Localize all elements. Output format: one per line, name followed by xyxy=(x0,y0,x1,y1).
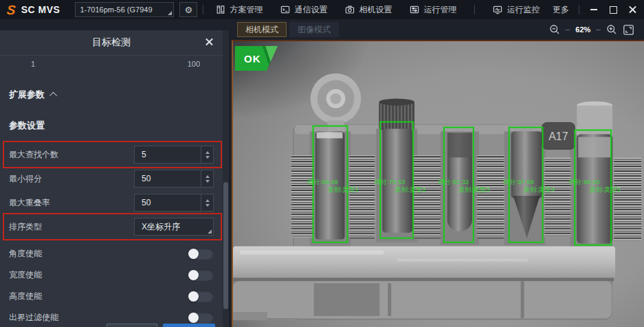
panel-title: 目标检测 xyxy=(92,36,131,49)
toggle-label: 宽度使能 xyxy=(9,269,42,281)
panel-header: 目标检测 xyxy=(0,30,223,56)
field-row-max-count: 最大查找个数 5 xyxy=(8,144,215,165)
toggle-row-width: 宽度使能 xyxy=(8,264,215,285)
target-detection-panel: 目标检测 1 100 扩展参数 参数设置 最大查找个数 xyxy=(0,30,223,327)
device-selector[interactable]: 1-7016pm-56 (G7949 xyxy=(75,2,174,17)
minimize-button[interactable] xyxy=(589,5,599,14)
detection-score-label: 得分:97.66 xyxy=(503,178,534,185)
zoom-dash: – xyxy=(566,25,570,34)
panel-body: 1 100 扩展参数 参数设置 最大查找个数 5 xyxy=(0,56,223,327)
out-of-bounds-filter-toggle[interactable] xyxy=(188,312,214,324)
app-window: S SC MVS 1-7016pm-56 (G7949 ⚙ 方案管理 通信设置 … xyxy=(0,0,644,327)
rack-tag: A17 xyxy=(542,122,575,149)
more-menu[interactable]: 更多 xyxy=(553,4,569,16)
image-canvas[interactable]: A17 得分:69.49 类别:类型1 得分:75.53 xyxy=(232,40,644,327)
fit-view-button[interactable] xyxy=(623,24,634,36)
brand-name: SC MVS xyxy=(21,4,60,15)
spinner-arrows[interactable] xyxy=(201,146,213,163)
close-icon xyxy=(629,6,636,14)
nav-item-solution[interactable]: 方案管理 xyxy=(216,4,263,16)
toggle-knob xyxy=(188,249,199,259)
arrow-up-icon xyxy=(206,175,210,178)
detection-class-label: 类别:类型5 xyxy=(589,185,621,193)
gear-icon: ⚙ xyxy=(185,5,193,14)
minimize-icon xyxy=(590,9,597,10)
toggle-knob xyxy=(188,270,199,280)
dropdown-corner-icon xyxy=(208,229,212,234)
viewer-tabsbar: 相机模式 图像模式 – 62% – xyxy=(232,19,644,40)
titlebar-separator xyxy=(579,5,579,14)
titlebar-separator xyxy=(474,5,475,14)
min-score-spinner[interactable]: 50 xyxy=(134,170,214,188)
field-label: 最大重叠率 xyxy=(9,197,50,209)
max-overlap-spinner[interactable]: 50 xyxy=(134,194,214,212)
spinner-value: 50 xyxy=(135,174,151,183)
arrow-down-icon xyxy=(206,180,210,183)
detection-class-label: 类别:类型4 xyxy=(524,185,555,193)
detection-score-label: 得分:75.53 xyxy=(374,178,405,185)
viewer-column: 相机模式 图像模式 – 62% – xyxy=(232,19,644,327)
device-settings-gear-button[interactable]: ⚙ xyxy=(179,2,197,17)
toggle-label: 角度使能 xyxy=(9,248,42,260)
field-row-max-overlap: 最大重叠率 50 xyxy=(8,192,215,213)
angle-enable-toggle[interactable] xyxy=(188,248,214,260)
nav-item-run-monitor[interactable]: 运行监控 xyxy=(493,4,540,16)
field-row-min-score: 最小得分 50 xyxy=(8,168,215,189)
zoom-in-button[interactable] xyxy=(606,24,617,35)
nav-item-label: 方案管理 xyxy=(230,4,263,16)
tube-2 xyxy=(379,99,414,233)
sort-type-dropdown[interactable]: X坐标升序 xyxy=(134,218,214,236)
panel-close-button[interactable] xyxy=(206,38,214,47)
field-label: 最小得分 xyxy=(9,173,42,185)
detection-class-label: 类别:类型3 xyxy=(458,185,490,193)
cancel-button[interactable] xyxy=(107,324,157,327)
nav-item-communication[interactable]: 通信设置 xyxy=(280,4,327,16)
brand-logo-icon: S xyxy=(6,3,16,16)
detection-class-label: 类别:类型2 xyxy=(395,185,426,193)
max-count-spinner[interactable]: 5 xyxy=(134,146,214,164)
titlebar-separator xyxy=(203,5,203,14)
toggle-row-angle: 角度使能 xyxy=(8,243,215,264)
zoom-level: 62% xyxy=(575,25,590,34)
main-nav: 方案管理 通信设置 相机设置 运行管理 运行监控 xyxy=(216,4,540,16)
height-enable-toggle[interactable] xyxy=(188,291,214,302)
close-button[interactable] xyxy=(628,5,637,14)
detection-score-label: 得分:69.49 xyxy=(307,178,338,185)
confirm-button[interactable] xyxy=(163,324,215,327)
spinner-arrows[interactable] xyxy=(201,170,213,187)
scrollbar-thumb[interactable] xyxy=(223,182,228,309)
maximize-button[interactable] xyxy=(608,5,618,14)
param-settings-section-header: 参数设置 xyxy=(9,120,215,132)
zoom-out-button[interactable] xyxy=(549,24,560,35)
panel-scrollbar[interactable] xyxy=(223,30,229,327)
spinner-value: 50 xyxy=(135,198,151,207)
nav-item-label: 相机设置 xyxy=(359,4,392,16)
slider-min-label: 1 xyxy=(31,60,35,68)
tab-image-mode[interactable]: 图像模式 xyxy=(289,22,339,37)
camera-icon xyxy=(345,5,355,14)
close-icon xyxy=(206,38,213,45)
toggle-knob xyxy=(188,291,199,302)
spinner-arrows[interactable] xyxy=(201,194,213,211)
nav-item-run-management[interactable]: 运行管理 xyxy=(410,4,456,16)
rack-tag-label: A17 xyxy=(548,131,568,142)
field-row-sort-type: 排序类型 X坐标升序 xyxy=(8,216,215,237)
spinner-value: 5 xyxy=(135,150,146,159)
arrow-up-icon xyxy=(206,199,210,202)
toggle-label: 出界过滤使能 xyxy=(9,312,58,324)
titlebar: S SC MVS 1-7016pm-56 (G7949 ⚙ 方案管理 通信设置 … xyxy=(0,0,644,19)
chevron-up-icon xyxy=(49,92,57,100)
slider-max-label: 100 xyxy=(188,60,200,68)
detection-class-label: 类别:类型1 xyxy=(328,185,359,193)
device-selector-label: 1-7016pm-56 (G7949 xyxy=(80,5,152,14)
tab-camera-mode[interactable]: 相机模式 xyxy=(237,22,287,37)
main-area: 目标检测 1 100 扩展参数 参数设置 最大查找个数 xyxy=(0,19,644,327)
nav-item-camera-settings[interactable]: 相机设置 xyxy=(345,4,392,16)
slider-range-labels: 1 100 xyxy=(8,56,215,68)
width-enable-toggle[interactable] xyxy=(188,269,214,281)
field-label: 最大查找个数 xyxy=(9,149,58,161)
zoom-dash: – xyxy=(596,25,601,34)
extended-params-section-header[interactable]: 扩展参数 xyxy=(9,89,215,101)
arrow-down-icon xyxy=(206,204,210,207)
inspection-photo: A17 得分:69.49 类别:类型1 得分:75.53 xyxy=(233,41,644,327)
